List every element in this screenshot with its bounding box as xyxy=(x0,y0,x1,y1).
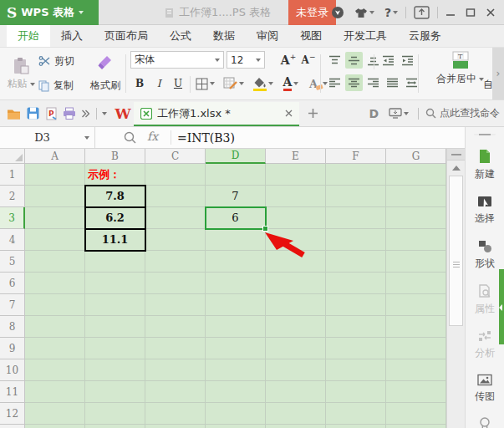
cell-G10[interactable] xyxy=(386,359,446,381)
cell-E10[interactable] xyxy=(266,359,326,381)
cell-E8[interactable] xyxy=(266,316,326,338)
align-top-button[interactable] xyxy=(326,52,344,69)
cell-B2[interactable]: 7.8 xyxy=(85,186,145,207)
cell-G7[interactable] xyxy=(386,294,446,316)
align-center-button[interactable] xyxy=(345,74,363,91)
cell-G9[interactable] xyxy=(386,338,446,359)
cell-G6[interactable] xyxy=(386,273,446,294)
side-panel-edge-handle[interactable] xyxy=(499,269,504,344)
cell-D12[interactable] xyxy=(206,403,266,425)
cell-F9[interactable] xyxy=(326,338,386,359)
cell-A1[interactable] xyxy=(25,164,85,186)
cell-F4[interactable] xyxy=(326,229,386,251)
sidebar-item-properties[interactable]: 属性 xyxy=(475,284,495,316)
cell-F5[interactable] xyxy=(326,251,386,273)
cell-C2[interactable] xyxy=(145,186,206,207)
cell-E5[interactable] xyxy=(266,251,326,273)
save-button[interactable] xyxy=(24,100,41,126)
row-header-6[interactable]: 6 xyxy=(0,273,25,294)
find-command-box[interactable]: 点此查找命令 xyxy=(425,106,500,120)
increase-indent-button[interactable] xyxy=(399,52,416,69)
copy-button[interactable]: 复制 xyxy=(37,79,85,93)
cell-E6[interactable] xyxy=(266,273,326,294)
sidebar-item-medal[interactable] xyxy=(479,417,491,428)
tab-developer[interactable]: 开发工具 xyxy=(333,25,398,47)
cell-B4[interactable]: 11.1 xyxy=(85,229,145,251)
cell-D1[interactable] xyxy=(206,164,266,186)
name-box[interactable]: D3 xyxy=(0,127,95,148)
cell-B6[interactable] xyxy=(85,273,145,294)
cell-D5[interactable] xyxy=(206,251,266,273)
cell-F7[interactable] xyxy=(326,294,386,316)
switch-window-button[interactable] xyxy=(386,108,411,119)
cell-G3[interactable] xyxy=(386,207,446,229)
cell-B12[interactable] xyxy=(85,403,145,425)
tab-formulas[interactable]: 公式 xyxy=(159,25,202,47)
sidebar-item-new[interactable]: 新建 xyxy=(475,149,495,181)
member-center-icon[interactable] xyxy=(326,0,349,25)
align-middle-button[interactable] xyxy=(345,52,363,69)
scrollbar-thumb[interactable] xyxy=(449,176,463,326)
format-painter-label[interactable]: 格式刷 xyxy=(90,79,120,93)
cell-F13[interactable] xyxy=(326,425,386,428)
close-tab-icon[interactable] xyxy=(285,110,293,117)
cell-G1[interactable] xyxy=(386,164,446,186)
row-header-10[interactable]: 10 xyxy=(0,359,25,381)
document-switcher-tab[interactable]: 工作簿1....PS 表格 xyxy=(164,0,271,25)
cell-A5[interactable] xyxy=(25,251,85,273)
cell-G8[interactable] xyxy=(386,316,446,338)
cell-F8[interactable] xyxy=(326,316,386,338)
justify-button[interactable] xyxy=(384,74,401,91)
active-document-tab[interactable]: 工作簿1.xlsx * xyxy=(134,102,299,126)
cell-B9[interactable] xyxy=(85,338,145,359)
cell-B5[interactable] xyxy=(85,251,145,273)
cell-A3[interactable] xyxy=(25,207,85,229)
fill-color-button[interactable] xyxy=(251,74,276,93)
cell-C5[interactable] xyxy=(145,251,206,273)
tab-view[interactable]: 视图 xyxy=(289,25,333,47)
cell-A11[interactable] xyxy=(25,381,85,403)
row-header-8[interactable]: 8 xyxy=(0,316,25,338)
decrease-font-size-button[interactable]: A− xyxy=(299,51,318,69)
sidebar-collapse-handle[interactable] xyxy=(474,134,496,135)
cell-D8[interactable] xyxy=(206,316,266,338)
column-header-B[interactable]: B xyxy=(85,149,145,164)
cell-D13[interactable] xyxy=(206,425,266,428)
cell-C6[interactable] xyxy=(145,273,206,294)
draw-border-button[interactable] xyxy=(221,74,246,93)
cell-C7[interactable] xyxy=(145,294,206,316)
row-header-3[interactable]: 3 xyxy=(0,207,25,229)
cell-C12[interactable] xyxy=(145,403,206,425)
cell-C13[interactable] xyxy=(145,425,206,428)
cell-B11[interactable] xyxy=(85,381,145,403)
cell-A9[interactable] xyxy=(25,338,85,359)
tab-cloud[interactable]: 云服务 xyxy=(398,25,452,47)
sidebar-item-upload-image[interactable]: 传图 xyxy=(475,374,495,404)
cell-G4[interactable] xyxy=(386,229,446,251)
toolbar-expand-button[interactable]: › xyxy=(492,48,504,99)
cell-F3[interactable] xyxy=(326,207,386,229)
cell-B3[interactable]: 6.2 xyxy=(85,207,145,229)
cell-D10[interactable] xyxy=(206,359,266,381)
merge-center-button[interactable]: T 合并居中 xyxy=(436,50,484,86)
cell-E12[interactable] xyxy=(266,403,326,425)
new-tab-button[interactable] xyxy=(304,100,321,126)
tab-home[interactable]: 开始 xyxy=(7,25,50,47)
row-header-9[interactable]: 9 xyxy=(0,338,25,359)
scroll-up-button[interactable] xyxy=(447,160,465,175)
row-header-2[interactable]: 2 xyxy=(0,186,25,207)
cell-D2[interactable]: 7 xyxy=(206,186,266,207)
sidebar-item-select[interactable]: 选择 xyxy=(475,195,495,226)
cell-F1[interactable] xyxy=(326,164,386,186)
column-header-F[interactable]: F xyxy=(326,149,386,164)
tab-review[interactable]: 审阅 xyxy=(246,25,289,47)
tab-page-layout[interactable]: 页面布局 xyxy=(94,25,159,47)
align-right-button[interactable] xyxy=(364,74,382,91)
sidebar-item-analysis[interactable]: 分析 xyxy=(475,329,495,360)
borders-button[interactable] xyxy=(194,74,216,93)
cell-F12[interactable] xyxy=(326,403,386,425)
cell-G2[interactable] xyxy=(386,186,446,207)
app-menu-button[interactable]: S WPS 表格 xyxy=(0,0,99,25)
cell-F10[interactable] xyxy=(326,359,386,381)
column-header-G[interactable]: G xyxy=(386,149,446,164)
